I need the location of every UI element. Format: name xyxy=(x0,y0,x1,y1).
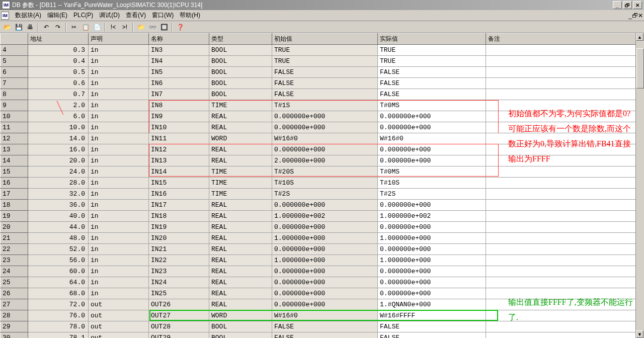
table-row[interactable]: 40.3inIN3BOOLTRUETRUE xyxy=(1,45,636,56)
cell-decl[interactable]: in xyxy=(89,189,149,200)
menu-item[interactable]: 窗口(W) xyxy=(149,11,177,20)
toolbar-button[interactable]: 📂 xyxy=(2,22,12,32)
cell-actual[interactable]: T#10S xyxy=(378,178,486,189)
cell-actual[interactable]: 0.000000e+000 xyxy=(378,111,486,122)
cell-address[interactable]: 20.0 xyxy=(28,155,89,166)
cell-init[interactable]: W#16#0 xyxy=(272,133,378,144)
cell-note[interactable] xyxy=(486,332,636,339)
toolbar-button[interactable]: !< xyxy=(108,22,118,32)
table-row[interactable]: 80.7inIN7BOOLFALSEFALSE xyxy=(1,89,636,100)
table-row[interactable]: 2356.0inIN22REAL1.000000e+0001.000000e+0… xyxy=(1,255,636,266)
cell-decl[interactable]: in xyxy=(89,78,149,89)
cell-actual[interactable]: 0.000000e+000 xyxy=(378,200,486,211)
minimize-button[interactable]: _ xyxy=(613,1,622,9)
menu-item[interactable]: 调试(D) xyxy=(96,11,123,20)
cell-init[interactable]: TRUE xyxy=(272,45,378,56)
cell-type[interactable]: WORD xyxy=(209,133,272,144)
cell-decl[interactable]: out xyxy=(89,321,149,332)
cell-init[interactable]: FALSE xyxy=(272,67,378,78)
cell-address[interactable]: 36.0 xyxy=(28,200,89,211)
close-button[interactable]: ✕ xyxy=(633,1,642,9)
cell-init[interactable]: 0.000000e+000 xyxy=(272,144,378,155)
cell-name[interactable]: IN14 xyxy=(149,166,209,178)
cell-actual[interactable]: T#0MS xyxy=(378,166,486,178)
cell-init[interactable]: W#16#0 xyxy=(272,310,378,321)
cell-decl[interactable]: out xyxy=(89,299,149,310)
cell-init[interactable]: 0.000000e+000 xyxy=(272,200,378,211)
cell-actual[interactable]: TRUE xyxy=(378,56,486,67)
cell-init[interactable]: 0.000000e+000 xyxy=(272,277,378,288)
toolbar-button[interactable]: >! xyxy=(120,22,130,32)
column-header[interactable]: 实际值 xyxy=(378,34,486,45)
cell-name[interactable]: IN7 xyxy=(149,89,209,100)
cell-name[interactable]: IN21 xyxy=(149,244,209,255)
cell-decl[interactable]: out xyxy=(89,310,149,321)
cell-name[interactable]: IN3 xyxy=(149,45,209,56)
menu-item[interactable]: 帮助(H) xyxy=(177,11,203,20)
cell-type[interactable]: REAL xyxy=(209,299,272,310)
cell-type[interactable]: REAL xyxy=(209,200,272,211)
row-number[interactable]: 20 xyxy=(1,222,28,233)
cell-address[interactable]: 10.0 xyxy=(28,122,89,133)
cell-address[interactable]: 72.0 xyxy=(28,299,89,310)
cell-type[interactable]: REAL xyxy=(209,155,272,166)
cell-init[interactable]: TRUE xyxy=(272,56,378,67)
cell-note[interactable] xyxy=(486,45,636,56)
cell-address[interactable]: 14.0 xyxy=(28,133,89,144)
cell-init[interactable]: FALSE xyxy=(272,321,378,332)
restore-button[interactable]: 🗗 xyxy=(623,1,632,9)
cell-decl[interactable]: in xyxy=(89,56,149,67)
cell-name[interactable]: IN19 xyxy=(149,222,209,233)
table-row[interactable]: 2460.0inIN23REAL0.000000e+0000.000000e+0… xyxy=(1,266,636,277)
cell-decl[interactable]: in xyxy=(89,288,149,299)
column-header[interactable]: 初始值 xyxy=(272,34,378,45)
cell-type[interactable]: BOOL xyxy=(209,89,272,100)
toolbar-button[interactable]: 🖶 xyxy=(25,22,35,32)
cell-init[interactable]: 0.000000e+000 xyxy=(272,266,378,277)
cell-decl[interactable]: in xyxy=(89,67,149,78)
cell-decl[interactable]: in xyxy=(89,178,149,189)
cell-name[interactable]: IN5 xyxy=(149,67,209,78)
cell-type[interactable]: REAL xyxy=(209,111,272,122)
cell-note[interactable] xyxy=(486,222,636,233)
cell-init[interactable]: 0.000000e+000 xyxy=(272,288,378,299)
cell-address[interactable]: 48.0 xyxy=(28,233,89,244)
cell-note[interactable] xyxy=(486,266,636,277)
cell-actual[interactable]: 0.000000e+000 xyxy=(378,122,486,133)
cell-init[interactable]: FALSE xyxy=(272,332,378,339)
row-number[interactable]: 30 xyxy=(1,332,28,339)
menu-item[interactable]: 查看(V) xyxy=(123,11,149,20)
cell-name[interactable]: IN22 xyxy=(149,255,209,266)
menu-item[interactable]: PLC(P) xyxy=(70,11,96,20)
scroll-down-icon[interactable]: ▼ xyxy=(636,330,643,338)
cell-note[interactable] xyxy=(486,233,636,244)
cell-actual[interactable]: FALSE xyxy=(378,67,486,78)
cell-actual[interactable]: FALSE xyxy=(378,332,486,339)
cell-name[interactable]: IN17 xyxy=(149,200,209,211)
cell-init[interactable]: T#2S xyxy=(272,189,378,200)
cell-actual[interactable]: 1.#QNAN0e+000 xyxy=(378,299,486,310)
cell-type[interactable]: TIME xyxy=(209,178,272,189)
cell-init[interactable]: 2.000000e+000 xyxy=(272,155,378,166)
cell-actual[interactable]: TRUE xyxy=(378,45,486,56)
cell-name[interactable]: IN23 xyxy=(149,266,209,277)
cell-address[interactable]: 0.4 xyxy=(28,56,89,67)
row-number[interactable]: 29 xyxy=(1,321,28,332)
cell-note[interactable] xyxy=(486,178,636,189)
cell-decl[interactable]: in xyxy=(89,155,149,166)
table-row[interactable]: 2252.0inIN21REAL0.000000e+0000.000000e+0… xyxy=(1,244,636,255)
menu-item[interactable]: 编辑(E) xyxy=(44,11,70,20)
cell-note[interactable] xyxy=(486,244,636,255)
cell-decl[interactable]: in xyxy=(89,233,149,244)
cell-actual[interactable]: 0.000000e+000 xyxy=(378,266,486,277)
row-number[interactable]: 22 xyxy=(1,244,28,255)
row-number[interactable]: 26 xyxy=(1,288,28,299)
row-number[interactable]: 28 xyxy=(1,310,28,321)
row-number[interactable]: 12 xyxy=(1,133,28,144)
table-row[interactable]: 1940.0inIN18REAL1.000000e+0021.000000e+0… xyxy=(1,211,636,222)
cell-name[interactable]: OUT26 xyxy=(149,299,209,310)
cell-decl[interactable]: in xyxy=(89,45,149,56)
cell-address[interactable]: 78.0 xyxy=(28,321,89,332)
cell-address[interactable]: 52.0 xyxy=(28,244,89,255)
cell-init[interactable]: T#10S xyxy=(272,178,378,189)
